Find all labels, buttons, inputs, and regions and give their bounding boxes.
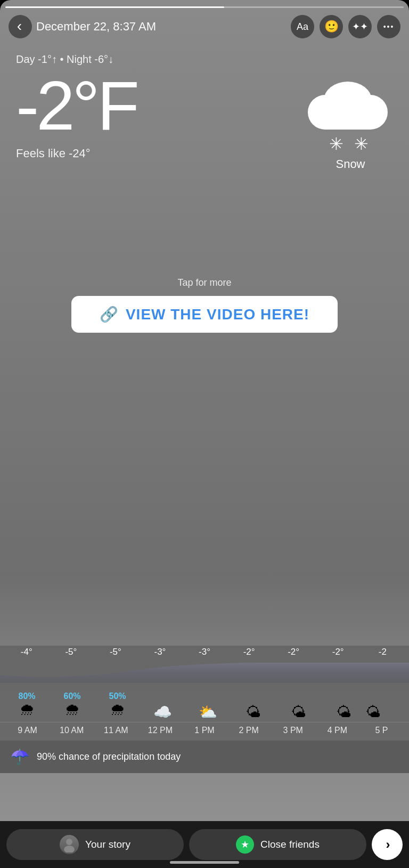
time-2: 10 AM: [50, 726, 94, 735]
hour-col-8: 🌤: [321, 692, 366, 721]
more-button[interactable]: •••: [377, 15, 400, 38]
temp-item-9: -2: [361, 647, 405, 661]
back-button[interactable]: [9, 15, 32, 38]
umbrella-icon: ☂️: [11, 748, 29, 766]
temp-val-7: -2°: [288, 647, 299, 657]
tap-label: Tap for more: [177, 277, 231, 288]
avatar-image: [60, 835, 79, 854]
next-button[interactable]: ›: [372, 829, 403, 860]
time-5: 1 PM: [182, 726, 226, 735]
progress-bar-fill: [5, 6, 224, 8]
temp-item-1: -4°: [4, 647, 49, 661]
video-link-text: VIEW THE VIDEO HERE!: [126, 306, 309, 323]
hour-col-7: 🌤: [276, 692, 321, 721]
icon-3: 🌨: [110, 701, 125, 719]
icon-2: 🌨: [65, 701, 80, 719]
precip-2: 60%: [63, 692, 80, 701]
sparkle-button[interactable]: ✦✦: [348, 15, 372, 38]
icon-9: 🌤: [366, 703, 380, 721]
svg-point-0: [66, 839, 72, 845]
time-8: 4 PM: [315, 726, 359, 735]
icon-5: ⛅: [199, 703, 217, 721]
time-9: 5 P: [359, 726, 404, 735]
green-star-icon: ★: [236, 835, 254, 854]
temp-val-4: -3°: [154, 647, 166, 657]
day-night-info: Day -1°↑ • Night -6°↓: [16, 53, 393, 66]
precip-1: 80%: [18, 692, 35, 701]
temp-item-3: -5°: [93, 647, 138, 661]
arrow-right-icon: ›: [386, 837, 390, 852]
close-friends-label: Close friends: [260, 839, 320, 850]
precip-3: 50%: [109, 692, 126, 701]
hour-col-1: 80% 🌨: [4, 692, 50, 721]
video-link-button[interactable]: 🔗 VIEW THE VIDEO HERE!: [71, 296, 338, 333]
temp-item-7: -2°: [271, 647, 316, 661]
time-3: 11 AM: [94, 726, 138, 735]
temp-val-1: -4°: [21, 647, 32, 657]
toolbar-icons: Aa 🙂 ✦✦ •••: [291, 15, 400, 38]
hour-col-4: ☁️: [140, 692, 185, 721]
hour-col-9: 🌤: [366, 692, 380, 721]
tap-area: Tap for more 🔗 VIEW THE VIDEO HERE!: [0, 277, 409, 333]
temp-val-2: -5°: [65, 647, 77, 657]
temp-val-8: -2°: [332, 647, 344, 657]
temperature-display: -2°F Feels like -24°: [16, 71, 137, 160]
time-1: 9 AM: [5, 726, 50, 735]
precip-summary-text: 90% chance of precipitation today: [37, 751, 181, 762]
home-indicator: [170, 861, 239, 864]
hour-col-2: 60% 🌨: [50, 692, 95, 721]
weather-main: Day -1°↑ • Night -6°↓ -2°F Feels like -2…: [0, 53, 409, 171]
temp-val-9: -2: [379, 647, 387, 657]
temp-val-3: -5°: [110, 647, 121, 657]
feels-like: Feels like -24°: [16, 147, 137, 160]
font-button[interactable]: Aa: [291, 15, 314, 38]
time-row: 9 AM 10 AM 11 AM 12 PM 1 PM 2 PM 3 PM 4 …: [0, 722, 409, 741]
snow-cloud-icon: [308, 82, 393, 130]
progress-bar: [5, 6, 404, 8]
cloud-body: [308, 95, 388, 130]
time-6: 2 PM: [227, 726, 271, 735]
story-container: December 22, 8:37 AM Aa 🙂 ✦✦ ••• Day -1°…: [0, 0, 409, 821]
snowflake-icon: ✳ ✳: [329, 134, 372, 154]
time-7: 3 PM: [271, 726, 315, 735]
hourly-section: -4° -5° -5° -3° -3° -2° -2° -2° -2 80% 🌨…: [0, 646, 409, 773]
emoji-button[interactable]: 🙂: [320, 15, 343, 38]
temp-item-4: -3°: [138, 647, 183, 661]
temp-item-6: -2°: [227, 647, 272, 661]
icon-7: 🌤: [291, 703, 306, 721]
precip-summary: ☂️ 90% chance of precipitation today: [0, 741, 409, 773]
temp-val-5: -3°: [199, 647, 210, 657]
weather-condition: Snow: [336, 157, 365, 171]
temp-graph-container: -4° -5° -5° -3° -3° -2° -2° -2° -2: [0, 646, 409, 688]
date-display: December 22, 8:37 AM: [36, 20, 291, 34]
precip-icon-row: 80% 🌨 60% 🌨 50% 🌨 ☁️ ⛅ 🌤: [0, 688, 409, 722]
hour-col-3: 50% 🌨: [95, 692, 140, 721]
icon-1: 🌨: [20, 701, 35, 719]
icon-4: ☁️: [153, 703, 172, 721]
temperature-value: -2°F: [16, 71, 137, 140]
hour-col-5: ⛅: [185, 692, 231, 721]
person-silhouette-icon: [61, 837, 77, 853]
temp-item-5: -3°: [182, 647, 227, 661]
your-story-label: Your story: [85, 839, 130, 850]
top-toolbar: December 22, 8:37 AM Aa 🙂 ✦✦ •••: [0, 15, 409, 38]
temp-val-6: -2°: [243, 647, 255, 657]
your-story-button[interactable]: Your story: [6, 829, 184, 860]
link-icon: 🔗: [100, 306, 118, 323]
close-friends-button[interactable]: ★ Close friends: [189, 829, 366, 860]
weather-icon-area: ✳ ✳ Snow: [308, 71, 393, 171]
avatar: [60, 835, 79, 854]
hour-col-6: 🌤: [231, 692, 276, 721]
temp-item-2: -5°: [49, 647, 94, 661]
wave-fill: [0, 663, 409, 683]
weather-row: -2°F Feels like -24° ✳ ✳ Snow: [16, 71, 393, 171]
temp-item-8: -2°: [316, 647, 361, 661]
icon-8: 🌤: [337, 703, 351, 721]
icon-6: 🌤: [246, 703, 261, 721]
time-4: 12 PM: [138, 726, 182, 735]
svg-point-1: [64, 846, 75, 853]
